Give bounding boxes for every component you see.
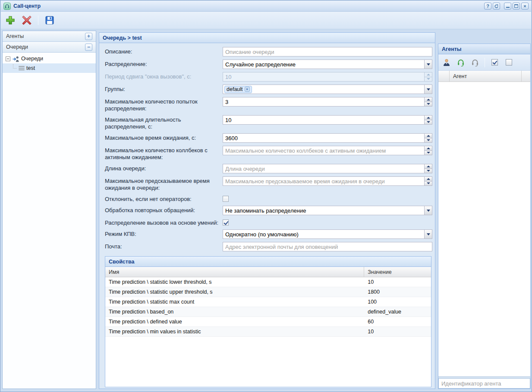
spin-down-icon [425, 120, 432, 125]
property-name: Time prediction \ statistic max count [105, 297, 364, 307]
column-header-agent[interactable]: Агент [450, 71, 522, 82]
chevron-down-icon[interactable] [425, 85, 432, 94]
description-input[interactable] [223, 47, 432, 56]
chevron-down-icon[interactable] [425, 206, 432, 215]
kpv-mode-combo[interactable] [223, 229, 425, 239]
expand-panel-button[interactable]: + [85, 33, 92, 40]
property-value: 100 [364, 297, 431, 307]
help-button[interactable]: ? [484, 3, 491, 9]
headset-gray-icon [471, 58, 479, 67]
deselect-all-button[interactable] [503, 57, 514, 68]
chevron-down-icon[interactable] [425, 60, 432, 69]
agents-panel: Агенты [438, 44, 531, 389]
form-row: Распределение вызовов на основе умений: [105, 218, 432, 226]
table-row[interactable]: Time prediction \ statistic lower thresh… [105, 277, 431, 287]
delete-button[interactable] [21, 14, 33, 26]
add-button[interactable] [4, 14, 16, 26]
shift-period-input [223, 72, 425, 82]
queue-group-icon [12, 56, 19, 62]
window-title: Call-центр [13, 3, 484, 9]
checkbox-unchecked-icon [506, 59, 512, 66]
form-row: Распределение: [105, 60, 432, 69]
distribution-combo[interactable] [223, 60, 425, 69]
spinner[interactable] [425, 164, 432, 173]
spin-up-icon [425, 176, 432, 182]
form-row: Режим КПВ: [105, 229, 432, 239]
form-row: Максимальное предсказываемое время ожида… [105, 176, 432, 191]
collapse-panel-button[interactable]: − [85, 44, 92, 51]
sidebar-panel-agents[interactable]: Агенты + [3, 31, 96, 42]
queue-length-label: Длина очереди: [105, 164, 223, 172]
tree-node-label: Очереди [21, 56, 43, 62]
queue-leaf-icon [19, 66, 25, 70]
form-row: Обработка повторных обращений: [105, 206, 432, 215]
spinner[interactable] [425, 146, 432, 155]
refresh-button[interactable] [493, 3, 500, 9]
window-controls: ? × [484, 3, 529, 9]
max-predicted-label: Максимальное предсказываемое время ожида… [105, 176, 223, 191]
email-input[interactable] [223, 242, 432, 251]
minimize-button[interactable] [504, 3, 511, 9]
table-row[interactable]: Time prediction \ statistic upper thresh… [105, 287, 431, 297]
column-header-name[interactable]: Имя [105, 267, 364, 277]
table-row[interactable]: Time prediction \ defined value 60 [105, 317, 431, 327]
tag-close-icon[interactable]: × [245, 87, 250, 92]
sidebar-panel-queues[interactable]: Очереди − [3, 42, 96, 53]
form-row: Группы: default × [105, 85, 432, 94]
property-value: 1800 [364, 287, 431, 297]
save-button[interactable] [44, 14, 56, 26]
queue-length-input[interactable] [223, 164, 425, 173]
table-row[interactable]: Time prediction \ based_on defined_value [105, 307, 431, 317]
form-row: Максимальное количество попыток распреде… [105, 97, 432, 112]
spinner [425, 72, 432, 82]
spin-up-icon [425, 146, 432, 151]
close-button[interactable]: × [521, 3, 529, 9]
spin-down-icon [425, 151, 432, 156]
decline-no-operators-label: Отклонить, если нет операторов: [105, 194, 223, 203]
agents-panel-header: Агенты [438, 44, 530, 54]
headset-gray-button[interactable] [469, 57, 481, 68]
table-row[interactable]: Time prediction \ statistic max count 10… [105, 297, 431, 307]
decline-no-operators-checkbox[interactable] [223, 196, 229, 202]
column-header-empty [438, 71, 450, 82]
skill-based-checkbox[interactable] [223, 220, 229, 226]
agents-toolbar [438, 54, 530, 71]
tree-collapse-icon[interactable] [6, 56, 10, 61]
agents-grid-header: Агент [438, 71, 530, 82]
queue-form-panel: Очередь > test Описание: Распределение: … [99, 32, 435, 389]
max-duration-input[interactable] [223, 115, 425, 125]
select-all-button[interactable] [489, 57, 500, 68]
spinner[interactable] [425, 176, 432, 186]
agent-id-input[interactable] [438, 378, 530, 389]
skill-based-label: Распределение вызовов на основе умений: [105, 218, 223, 226]
spinner[interactable] [425, 115, 432, 125]
spinner[interactable] [425, 97, 432, 107]
max-predicted-input[interactable] [223, 176, 425, 186]
spin-up-icon [425, 115, 432, 120]
max-callbacks-input[interactable] [223, 146, 425, 155]
spinner[interactable] [425, 133, 432, 143]
agents-grid-body[interactable] [438, 82, 530, 377]
groups-tagfield[interactable]: default × [223, 85, 425, 94]
max-duration-label: Максимальная длительность распределения,… [105, 115, 223, 130]
tree-node-queues[interactable]: Очереди [3, 54, 96, 63]
tree-node-test[interactable]: test [3, 63, 96, 73]
group-tag: default × [224, 86, 252, 93]
sidebar-panel-agents-label: Агенты [6, 33, 85, 39]
form-row: Почта: [105, 242, 432, 251]
maximize-button[interactable] [513, 3, 520, 9]
form-row: Отклонить, если нет операторов: [105, 194, 432, 203]
property-value: 10 [364, 327, 431, 336]
max-attempts-input[interactable] [223, 97, 425, 107]
agent-person-button[interactable] [441, 57, 452, 68]
chevron-down-icon[interactable] [425, 229, 432, 239]
column-header-value[interactable]: Значение [364, 267, 431, 277]
groups-label: Группы: [105, 85, 223, 93]
headset-green-button[interactable] [455, 57, 466, 68]
app-window: Call-центр ? × [0, 0, 532, 392]
max-wait-input[interactable] [223, 133, 425, 143]
table-row[interactable]: Time prediction \ min values in statisti… [105, 327, 431, 337]
repeat-handling-combo[interactable] [223, 206, 425, 215]
spin-up-icon [425, 133, 432, 138]
toolbar-separator [38, 16, 38, 25]
